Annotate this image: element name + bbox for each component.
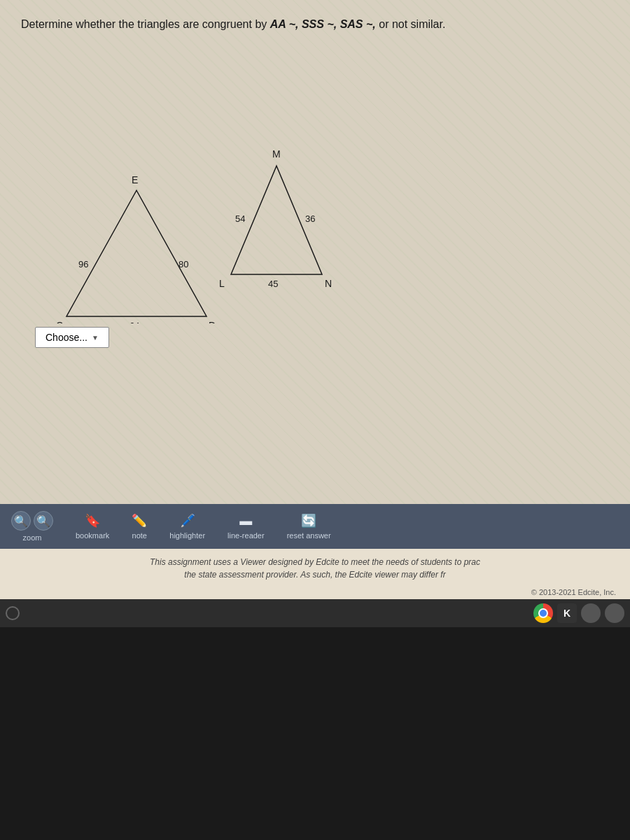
- bookmark-tool[interactable]: 🔖 bookmark: [76, 513, 109, 540]
- app-icon-2[interactable]: [605, 603, 624, 623]
- footer-bar: This assignment uses a Viewer designed b…: [0, 549, 630, 588]
- k-app-icon[interactable]: K: [557, 603, 577, 623]
- reset-answer-tool[interactable]: 🔄 reset answer: [287, 513, 331, 540]
- line-reader-tool[interactable]: ▬ line-reader: [227, 514, 265, 540]
- side-ce-label: 96: [78, 259, 88, 270]
- vertex-m-label: M: [272, 148, 281, 160]
- reset-icon: 🔄: [301, 513, 316, 528]
- zoom-label: zoom: [23, 533, 42, 542]
- question-text: Determine whether the triangles are cong…: [21, 17, 609, 32]
- svg-marker-0: [66, 190, 206, 316]
- bookmark-icon: 🔖: [85, 513, 100, 528]
- vertex-l-label: L: [219, 278, 225, 289]
- side-de-label: 80: [178, 259, 188, 270]
- zoom-in-icon: 🔍: [36, 514, 50, 528]
- zoom-tool: 🔍 🔍 zoom: [11, 511, 53, 542]
- zoom-in-button[interactable]: 🔍: [34, 511, 53, 531]
- copyright-text: © 2013-2021 Edcite, Inc.: [531, 588, 616, 596]
- toolbar: 🔍 🔍 zoom 🔖 bookmark ✏️ note 🖊️ highlight…: [0, 504, 630, 549]
- vertex-c-label: C: [56, 320, 63, 323]
- note-label: note: [132, 531, 147, 540]
- side-ln-label: 45: [268, 279, 278, 289]
- diagram-area: C D E 64 96 80 L N M 45 54 36: [21, 43, 609, 323]
- taskbar-circle[interactable]: [6, 606, 20, 620]
- footer-text: This assignment uses a Viewer designed b…: [14, 556, 616, 581]
- line-reader-label: line-reader: [227, 531, 265, 540]
- black-area: [0, 627, 630, 840]
- zoom-out-button[interactable]: 🔍: [11, 511, 31, 531]
- dropdown-arrow: ▼: [92, 334, 99, 342]
- copyright-bar: © 2013-2021 Edcite, Inc.: [0, 588, 630, 599]
- main-content: Determine whether the triangles are cong…: [0, 0, 630, 504]
- zoom-out-icon: 🔍: [14, 514, 28, 528]
- choose-dropdown: Choose... ▼: [35, 327, 109, 348]
- chrome-icon[interactable]: [533, 603, 553, 623]
- app-icon-1[interactable]: [581, 603, 601, 623]
- side-cd-label: 64: [130, 321, 139, 323]
- note-tool[interactable]: ✏️ note: [132, 513, 147, 540]
- vertex-e-label: E: [132, 174, 138, 186]
- highlighter-icon: 🖊️: [180, 513, 195, 528]
- choose-button[interactable]: Choose... ▼: [35, 327, 109, 348]
- line-reader-icon: ▬: [239, 514, 252, 528]
- note-icon: ✏️: [132, 513, 147, 528]
- side-mn-label: 36: [305, 214, 315, 224]
- vertex-d-label: D: [209, 320, 216, 323]
- side-lm-label: 54: [235, 214, 245, 224]
- vertex-n-label: N: [325, 278, 332, 289]
- reset-answer-label: reset answer: [287, 531, 331, 540]
- taskbar-right: K: [533, 603, 624, 623]
- highlighter-label: highlighter: [169, 531, 205, 540]
- choose-label: Choose...: [46, 332, 88, 343]
- highlighter-tool[interactable]: 🖊️ highlighter: [169, 513, 205, 540]
- bookmark-label: bookmark: [76, 531, 109, 540]
- taskbar: K: [0, 599, 630, 627]
